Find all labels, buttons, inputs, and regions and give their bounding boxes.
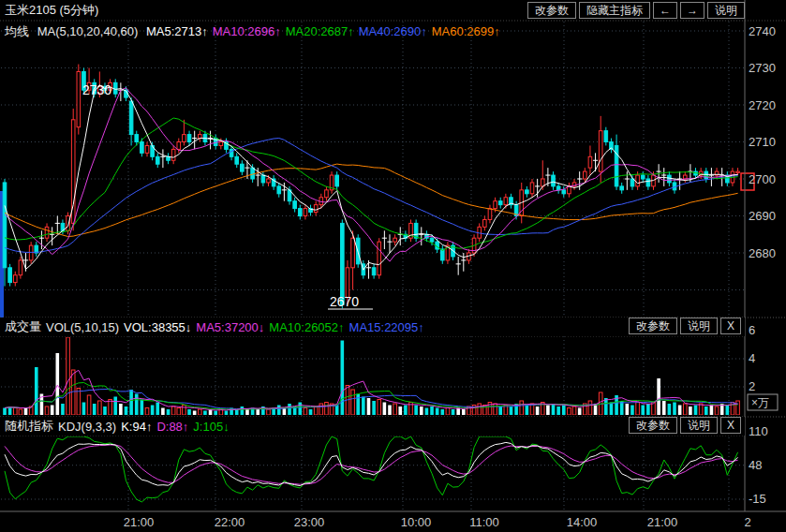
kdj-help-button[interactable]: 说明: [680, 417, 718, 434]
trading-app-window: 273026702740273027202710270026902680642×…: [0, 0, 786, 532]
time-label: 14:00: [567, 515, 598, 529]
price-volume-kdj-chart[interactable]: 273026702740273027202710270026902680642×…: [0, 0, 786, 532]
volume-indicator-name: 成交量: [5, 318, 41, 335]
volume-change-params-button[interactable]: 改参数: [629, 318, 677, 334]
kdj-panel-header: 随机指标 KDJ(9,3,3) K:94↑D:88↑J:105↓ 改参数 说明 …: [0, 417, 745, 436]
kdj-indicator-name: 随机指标: [5, 418, 53, 435]
change-params-button[interactable]: 改参数: [527, 2, 576, 19]
svg-text:48: 48: [749, 458, 762, 472]
volume-help-button[interactable]: 说明: [680, 318, 718, 334]
contract-title: 玉米2105 (5分钟): [5, 2, 98, 19]
volume-formula: VOL(5,10,15): [46, 320, 119, 334]
volume-close-button[interactable]: X: [720, 318, 741, 334]
indicator-value: MA5:2713↑: [146, 24, 208, 38]
kdj-formula: KDJ(9,3,3): [58, 420, 116, 434]
svg-text:×万: ×万: [751, 396, 769, 409]
time-label: 2: [744, 515, 750, 529]
svg-text:2700: 2700: [749, 172, 776, 186]
time-label: 10:00: [401, 515, 432, 529]
indicator-value: MA10:2696↑: [213, 24, 281, 38]
ma-formula: MA(5,10,20,40,60): [37, 24, 139, 38]
indicator-value: MA60:2699↑: [432, 24, 500, 38]
svg-text:2740: 2740: [749, 24, 776, 38]
indicator-value: D:88↑: [156, 420, 188, 434]
indicator-value: MA40:2690↑: [359, 24, 427, 38]
time-label: 11:00: [469, 515, 499, 529]
svg-text:4: 4: [749, 351, 755, 365]
time-axis: 21:0022:0023:0010:0011:0014:0021:002: [0, 512, 786, 532]
kdj-panel-buttons: 改参数 说明 X: [626, 417, 741, 434]
svg-text:2: 2: [749, 379, 755, 393]
svg-text:110: 110: [749, 424, 768, 438]
svg-text:6: 6: [749, 323, 755, 337]
indicator-value: MA5:37200↓: [196, 320, 264, 334]
title-bar: 玉米2105 (5分钟) 改参数 隐藏主指标 ← → 说明: [0, 0, 786, 21]
kdj-change-params-button[interactable]: 改参数: [629, 417, 677, 434]
svg-text:2730: 2730: [749, 61, 776, 75]
ma-indicator-name: 均线: [5, 24, 29, 38]
indicator-value: MA10:26052↑: [269, 320, 344, 334]
indicator-value: MA15:22095↑: [349, 320, 424, 334]
volume-panel-buttons: 改参数 说明 X: [626, 318, 741, 334]
svg-text:2670: 2670: [330, 294, 359, 309]
time-label: 21:00: [124, 515, 155, 529]
svg-text:-15: -15: [749, 492, 766, 506]
scroll-left-button[interactable]: ←: [653, 2, 677, 19]
svg-text:2720: 2720: [749, 98, 776, 112]
indicator-value: J:105↓: [193, 420, 229, 434]
kdj-values: K:94↑D:88↑J:105↓: [121, 420, 234, 434]
ma-indicator-row: 均线 MA(5,10,20,40,60) MA5:2713↑MA10:2696↑…: [5, 23, 505, 40]
volume-panel-header: 成交量 VOL(5,10,15) VOL:38355↓MA5:37200↓MA1…: [0, 318, 745, 336]
indicator-value: VOL:38355↓: [124, 320, 191, 334]
svg-text:2730: 2730: [82, 82, 111, 97]
svg-text:2710: 2710: [749, 135, 776, 149]
hide-main-indicator-button[interactable]: 隐藏主指标: [579, 2, 650, 19]
toolbar: 改参数 隐藏主指标 ← → 说明: [525, 2, 745, 19]
kdj-close-button[interactable]: X: [720, 417, 741, 434]
svg-text:2690: 2690: [749, 209, 776, 223]
volume-values: VOL:38355↓MA5:37200↓MA10:26052↑MA15:2209…: [124, 320, 429, 334]
time-label: 23:00: [294, 515, 325, 529]
scroll-right-button[interactable]: →: [680, 2, 704, 19]
time-label: 21:00: [647, 515, 678, 529]
ma-values: MA5:2713↑MA10:2696↑MA20:2687↑MA40:2690↑M…: [146, 24, 505, 38]
help-button[interactable]: 说明: [707, 2, 745, 19]
indicator-value: MA20:2687↑: [286, 24, 354, 38]
indicator-value: K:94↑: [121, 420, 152, 434]
time-label: 22:00: [215, 515, 245, 529]
svg-text:2680: 2680: [749, 246, 776, 260]
